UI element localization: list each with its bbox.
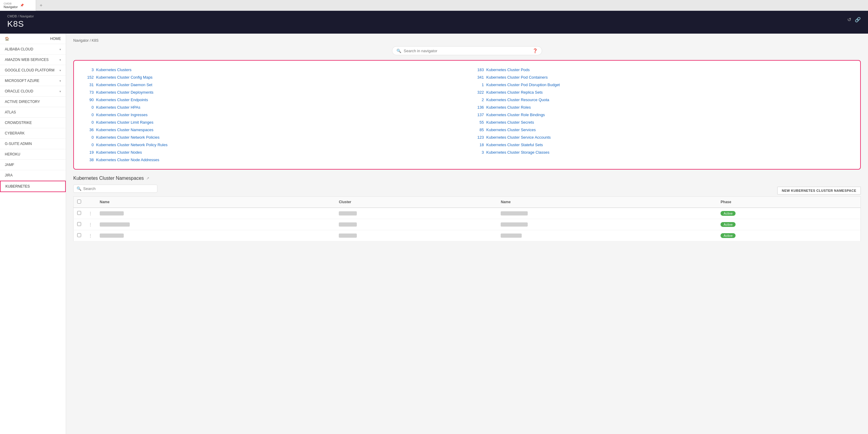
- sidebar-item-label: JAMF: [5, 163, 14, 167]
- summary-link[interactable]: Kubernetes Cluster Roles: [486, 105, 531, 109]
- sidebar-item-heroku[interactable]: HEROKU: [0, 149, 66, 160]
- table-search-input[interactable]: [83, 187, 154, 191]
- summary-link[interactable]: Kubernetes Cluster Replica Sets: [486, 90, 543, 95]
- summary-count: 73: [83, 90, 94, 95]
- page-header: CMDB / Navigator K8S ↺ 🔗: [0, 11, 868, 34]
- sidebar-item-jamf[interactable]: JAMF: [0, 160, 66, 170]
- summary-count: 123: [473, 135, 484, 140]
- summary-link[interactable]: Kubernetes Cluster Service Accounts: [486, 135, 551, 140]
- row-checkbox-cell[interactable]: [73, 219, 85, 230]
- summary-link[interactable]: Kubernetes Cluster Role Bindings: [486, 112, 545, 117]
- summary-row-right: 123Kubernetes Cluster Service Accounts: [473, 134, 851, 140]
- th-menu: [85, 197, 96, 208]
- select-all-checkbox[interactable]: [77, 200, 81, 203]
- summary-link[interactable]: Kubernetes Cluster HPAs: [96, 105, 140, 109]
- new-namespace-button[interactable]: NEW KUBERNETES CLUSTER NAMESPACE: [777, 187, 861, 195]
- summary-link[interactable]: Kubernetes Cluster Stateful Sets: [486, 142, 543, 147]
- sidebar-item-ad[interactable]: ACTIVE DIRECTORY: [0, 97, 66, 107]
- row-cluster-cell: [335, 208, 497, 219]
- summary-count: 341: [473, 75, 484, 79]
- sidebar-item-oracle[interactable]: ORACLE CLOUD▾: [0, 86, 66, 97]
- main-container: 🏠HOMEALIBABA CLOUD▾AMAZON WEB SERVICES▾G…: [0, 34, 868, 434]
- namespaces-table: Name Cluster Name Phase ⋮ Active ⋮ Activ…: [73, 196, 861, 241]
- summary-link[interactable]: Kubernetes Cluster Pod Disruption Budget: [486, 82, 560, 87]
- search-input[interactable]: [404, 48, 530, 53]
- row-cluster-blurred: [339, 234, 357, 238]
- summary-link[interactable]: Kubernetes Cluster Storage Classes: [486, 150, 549, 155]
- sidebar-item-crowdstrike[interactable]: CROWDSTRIKE: [0, 118, 66, 128]
- summary-count: 90: [83, 98, 94, 102]
- summary-row-left: 0Kubernetes Cluster HPAs: [83, 104, 461, 110]
- link-button[interactable]: 🔗: [855, 17, 861, 23]
- sidebar-item-alibaba[interactable]: ALIBABA CLOUD▾: [0, 44, 66, 55]
- row-name2-cell: [497, 230, 717, 241]
- sidebar-item-label: GOOGLE CLOUD PLATFORM: [5, 68, 54, 72]
- row-menu-cell[interactable]: ⋮: [85, 230, 96, 241]
- sidebar-item-jira[interactable]: JIRA: [0, 170, 66, 181]
- th-select-all[interactable]: [73, 197, 85, 208]
- summary-row-right: 322Kubernetes Cluster Replica Sets: [473, 89, 851, 95]
- summary-link[interactable]: Kubernetes Cluster Services: [486, 128, 536, 132]
- row-menu-icon[interactable]: ⋮: [88, 211, 93, 216]
- home-icon: 🏠: [5, 37, 9, 41]
- row-menu-cell[interactable]: ⋮: [85, 208, 96, 219]
- row-checkbox-cell[interactable]: [73, 230, 85, 241]
- row-checkbox[interactable]: [77, 222, 81, 226]
- summary-link[interactable]: Kubernetes Cluster Resource Quota: [486, 98, 549, 102]
- row-name-blurred: [100, 234, 124, 238]
- summary-count: 183: [473, 68, 484, 72]
- summary-link[interactable]: Kubernetes Cluster Daemon Set: [96, 82, 152, 87]
- summary-link[interactable]: Kubernetes Cluster Nodes: [96, 150, 142, 155]
- summary-row-right: 136Kubernetes Cluster Roles: [473, 104, 851, 110]
- sidebar-item-atlas[interactable]: ATLAS: [0, 107, 66, 118]
- row-checkbox[interactable]: [77, 233, 81, 237]
- help-icon[interactable]: ❓: [532, 48, 538, 53]
- summary-link[interactable]: Kubernetes Cluster Pods: [486, 68, 530, 72]
- summary-link[interactable]: Kubernetes Cluster Node Addresses: [96, 158, 159, 162]
- table-search: 🔍: [73, 185, 157, 193]
- sidebar-item-home[interactable]: 🏠HOME: [0, 34, 66, 44]
- summary-link[interactable]: Kubernetes Cluster Namespaces: [96, 128, 153, 132]
- summary-row-right: 137Kubernetes Cluster Role Bindings: [473, 112, 851, 118]
- summary-count: 19: [83, 150, 94, 155]
- summary-link[interactable]: Kubernetes Cluster Endpoints: [96, 98, 148, 102]
- row-menu-icon[interactable]: ⋮: [88, 222, 93, 227]
- table-row: ⋮ Active: [73, 208, 861, 219]
- table-actions-row: 🔍 NEW KUBERNETES CLUSTER NAMESPACE: [73, 185, 861, 196]
- sidebar-item-azure[interactable]: MICROSOFT AZURE▾: [0, 76, 66, 86]
- sidebar-item-label: ATLAS: [5, 110, 16, 114]
- row-phase-cell: Active: [717, 208, 861, 219]
- summary-row-right: 183Kubernetes Cluster Pods: [473, 67, 851, 73]
- summary-link[interactable]: Kubernetes Cluster Config Maps: [96, 75, 153, 79]
- summary-link[interactable]: Kubernetes Clusters: [96, 68, 131, 72]
- navigator-tab[interactable]: CMDB Navigator 📌: [0, 0, 36, 11]
- external-link-icon[interactable]: ↗: [146, 176, 149, 180]
- summary-link[interactable]: Kubernetes Cluster Network Policies: [96, 135, 159, 140]
- sidebar-item-kubernetes[interactable]: KUBERNETES: [0, 181, 66, 192]
- row-checkbox[interactable]: [77, 211, 81, 215]
- sidebar-item-gsuite[interactable]: G-SUITE ADMIN: [0, 139, 66, 149]
- sidebar-item-label: CYBERARK: [5, 131, 25, 135]
- row-checkbox-cell[interactable]: [73, 208, 85, 219]
- sidebar-item-label: MICROSOFT AZURE: [5, 79, 39, 83]
- summary-link[interactable]: Kubernetes Cluster Ingresses: [96, 112, 148, 117]
- sidebar-item-gcp[interactable]: GOOGLE CLOUD PLATFORM▾: [0, 65, 66, 76]
- summary-link[interactable]: Kubernetes Cluster Pod Containers: [486, 75, 548, 79]
- summary-count: 85: [473, 128, 484, 132]
- refresh-button[interactable]: ↺: [847, 17, 851, 23]
- sidebar-item-label: ORACLE CLOUD: [5, 89, 33, 93]
- add-tab-button[interactable]: +: [36, 3, 46, 8]
- summary-link[interactable]: Kubernetes Cluster Deployments: [96, 90, 153, 95]
- pin-icon[interactable]: 📌: [20, 4, 24, 7]
- summary-link[interactable]: Kubernetes Cluster Network Policy Rules: [96, 142, 167, 147]
- summary-link[interactable]: Kubernetes Cluster Secrets: [486, 120, 534, 125]
- search-bar: 🔍 ❓: [392, 46, 542, 55]
- summary-count: 38: [83, 158, 94, 162]
- row-menu-icon[interactable]: ⋮: [88, 233, 93, 238]
- sidebar-item-cyberark[interactable]: CYBERARK: [0, 128, 66, 139]
- row-menu-cell[interactable]: ⋮: [85, 219, 96, 230]
- sidebar-item-aws[interactable]: AMAZON WEB SERVICES▾: [0, 55, 66, 65]
- summary-link[interactable]: Kubernetes Cluster Limit Ranges: [96, 120, 153, 125]
- summary-box: 3Kubernetes Clusters183Kubernetes Cluste…: [73, 60, 861, 170]
- summary-row-right: 2Kubernetes Cluster Resource Quota: [473, 97, 851, 103]
